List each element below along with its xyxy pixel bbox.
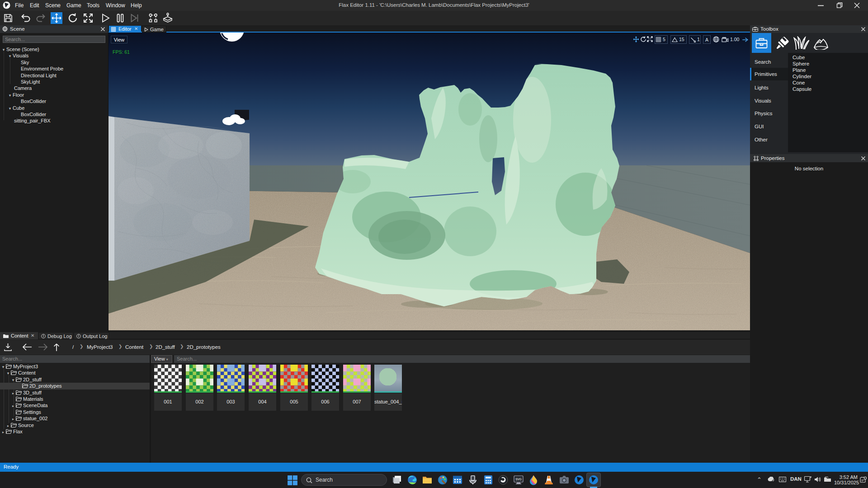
svg-text:SVG: SVG bbox=[515, 478, 522, 481]
